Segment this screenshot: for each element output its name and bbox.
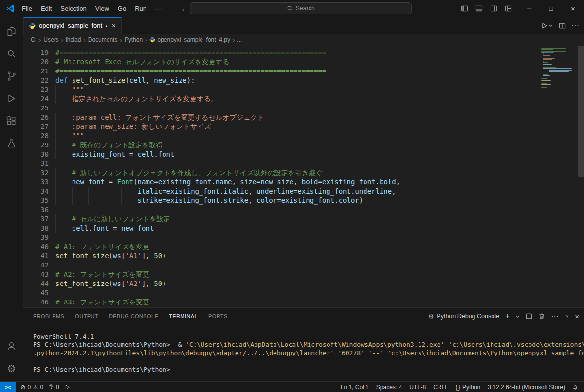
breadcrumb-drive[interactable]: C:: [31, 36, 36, 43]
radio-tower-icon: [48, 384, 54, 390]
chevron-down-icon: [548, 23, 553, 28]
terminal-line: PS C:\Users\ihciad\Documents\Python> & '…: [33, 340, 584, 349]
notifications-bell-icon[interactable]: [572, 384, 578, 390]
code-line: 20# Microsoft Exce セルフォントのサイズを変更する: [23, 57, 584, 67]
minimap[interactable]: [541, 48, 577, 90]
close-button[interactable]: ×: [562, 0, 584, 17]
vscode-window: File Edit Selection View Go Run ··· ← → …: [0, 0, 584, 392]
editor-scrollbar[interactable]: [577, 46, 584, 307]
menu-edit[interactable]: Edit: [36, 3, 56, 14]
toggle-secondary-sidebar-icon[interactable]: [489, 3, 499, 14]
breadcrumb-python-folder[interactable]: Python: [125, 36, 143, 43]
status-right: Ln 1, Col 1 Spaces: 4 UTF-8 CRLF { } Pyt…: [341, 384, 584, 391]
tab-problems[interactable]: PROBLEMS: [33, 308, 64, 324]
chevron-right-icon: ›: [61, 36, 63, 44]
close-panel-icon[interactable]: ×: [575, 312, 579, 321]
encoding-status[interactable]: UTF-8: [409, 384, 426, 391]
maximize-button[interactable]: □: [540, 0, 562, 17]
code-line: 31: [23, 159, 584, 168]
explorer-icon[interactable]: [0, 20, 23, 42]
toggle-panel-icon[interactable]: [474, 3, 484, 14]
launch-status[interactable]: [64, 384, 70, 390]
language-mode[interactable]: { } Python: [456, 384, 481, 391]
code-editor[interactable]: 19#=====================================…: [23, 46, 584, 307]
new-terminal-icon[interactable]: +: [505, 312, 510, 321]
extensions-icon[interactable]: [0, 109, 23, 132]
tab-output[interactable]: OUTPUT: [75, 308, 98, 324]
tab-openpyxl-sample-font-4[interactable]: openpyxl_sample_font_4.py ×: [23, 17, 122, 34]
activity-bar: ⚙: [0, 17, 23, 381]
menu-selection[interactable]: Selection: [56, 3, 91, 14]
menu-file[interactable]: File: [18, 3, 36, 14]
tab-terminal[interactable]: TERMINAL: [169, 308, 198, 324]
menu-run[interactable]: Run: [130, 3, 151, 14]
indentation-status[interactable]: Spaces: 4: [376, 384, 402, 391]
remote-indicator-button[interactable]: ><: [0, 382, 16, 392]
tab-debug-console[interactable]: DEBUG CONSOLE: [109, 308, 158, 324]
scrollbar-thumb[interactable]: [578, 46, 584, 177]
command-center-search[interactable]: Search: [190, 2, 412, 14]
breadcrumb-user[interactable]: ihciad: [66, 36, 81, 43]
breadcrumb-documents[interactable]: Documents: [88, 36, 118, 43]
account-icon[interactable]: [0, 335, 23, 357]
code-line: 28 """: [23, 131, 584, 141]
terminal-dropdown-icon[interactable]: [515, 314, 520, 319]
split-terminal-icon[interactable]: [526, 313, 532, 320]
breadcrumb-file[interactable]: openpyxl_sample_font_4.py: [149, 36, 230, 43]
menu-overflow-icon[interactable]: ···: [151, 3, 167, 14]
source-control-icon[interactable]: [0, 65, 23, 87]
search-placeholder: Search: [295, 5, 315, 12]
braces-icon: { }: [456, 384, 460, 391]
chevron-right-icon: ›: [83, 36, 85, 44]
code-line: 39: [23, 233, 584, 242]
split-editor-icon[interactable]: [559, 22, 566, 29]
breadcrumb-users[interactable]: Users: [43, 36, 58, 43]
code-line: 44set_font_size(ws['A2'], 50): [23, 279, 584, 288]
minimize-button[interactable]: ─: [518, 0, 540, 17]
python-file-icon: [149, 37, 155, 43]
go-back-button[interactable]: ←: [181, 4, 188, 13]
code-line: 47set_font_size(ws['A3'], 50): [23, 307, 584, 307]
code-line: 30 existing_font = cell.font: [23, 150, 584, 159]
python-interpreter[interactable]: 3.12.2 64-bit (Microsoft Store): [488, 384, 565, 391]
panel-actions: ⚙ Python Debug Console + ·: [428, 312, 579, 321]
tab-close-icon[interactable]: ×: [110, 21, 117, 30]
search-sidebar-icon[interactable]: [0, 42, 23, 65]
terminal-line: .python-2024.2.1\pythonFiles\lib\python\…: [33, 349, 584, 357]
title-bar: File Edit Selection View Go Run ··· ← → …: [0, 0, 584, 17]
problems-status[interactable]: ⊘ 0 ⚠ 0: [20, 383, 43, 391]
breadcrumb-symbol[interactable]: ...: [237, 36, 242, 43]
code-line: 25: [23, 104, 584, 113]
customize-layout-icon[interactable]: [503, 3, 513, 14]
code-line: 27 :param new_size: 新しいフォントサイズ: [23, 122, 584, 131]
code-line: 37 # セルに新しいフォントを設定: [23, 214, 584, 224]
testing-icon[interactable]: [0, 132, 23, 154]
warning-count: 0: [40, 384, 43, 391]
code-line: 22def set_font_size(cell, new_size):: [23, 76, 584, 85]
menu-go[interactable]: Go: [113, 3, 130, 14]
maximize-panel-icon[interactable]: [565, 314, 569, 319]
kill-terminal-icon[interactable]: [538, 313, 545, 320]
editor-column: openpyxl_sample_font_4.py × ··· C:: [23, 17, 584, 381]
run-debug-icon[interactable]: [0, 87, 23, 109]
settings-gear-icon[interactable]: ⚙: [0, 357, 23, 379]
tab-ports[interactable]: PORTS: [208, 308, 228, 324]
run-python-file-button[interactable]: [541, 22, 553, 29]
language-label: Python: [462, 384, 480, 391]
tab-bar: openpyxl_sample_font_4.py × ···: [23, 17, 584, 34]
chevron-right-icon: ›: [120, 36, 122, 44]
code-line: 34 italic=existing_font.italic, underlin…: [23, 187, 584, 196]
toggle-primary-sidebar-icon[interactable]: [459, 3, 470, 14]
editor-actions: ···: [541, 17, 579, 34]
eol-status[interactable]: CRLF: [433, 384, 448, 391]
more-actions-icon[interactable]: ···: [571, 21, 579, 30]
panel-header: PROBLEMS OUTPUT DEBUG CONSOLE TERMINAL P…: [23, 308, 584, 324]
chevron-right-icon: ›: [233, 36, 235, 44]
panel-more-actions-icon[interactable]: ···: [551, 312, 559, 321]
ports-status[interactable]: 0: [48, 384, 59, 391]
menu-view[interactable]: View: [91, 3, 113, 14]
vscode-logo-icon: [6, 4, 15, 13]
cursor-position[interactable]: Ln 1, Col 1: [341, 384, 369, 391]
terminal-profile[interactable]: ⚙ Python Debug Console: [428, 313, 499, 320]
terminal-output[interactable]: PowerShell 7.4.1PS C:\Users\ihciad\Docum…: [23, 324, 584, 381]
